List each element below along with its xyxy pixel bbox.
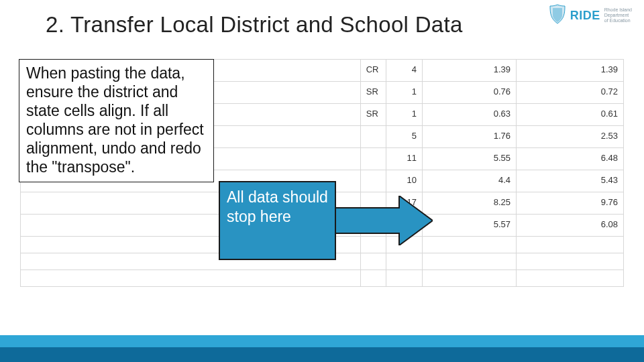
- table-cell: 2.53: [517, 126, 624, 148]
- table-cell: SR: [360, 82, 386, 104]
- table-cell: 5.57: [423, 215, 517, 237]
- table-cell: [386, 270, 422, 287]
- callout-instruction: When pasting the data, ensure the distri…: [19, 59, 214, 182]
- callout-stop-here: All data should stop here: [219, 181, 336, 260]
- table-cell: 5: [386, 126, 422, 148]
- brand-name: RIDE: [570, 9, 600, 23]
- brand-subtitle: Rhode Island Department of Education: [604, 7, 632, 23]
- table-cell: [21, 270, 361, 287]
- table-cell: 5.43: [517, 170, 624, 192]
- table-cell: CR: [360, 60, 386, 82]
- table-cell: 1: [386, 82, 422, 104]
- table-cell: [517, 270, 624, 287]
- table-cell: [360, 148, 386, 170]
- footer-band-light: [0, 335, 644, 347]
- arrow-right-icon: [335, 196, 433, 245]
- table-cell: 0.72: [517, 82, 624, 104]
- table-cell: [517, 237, 624, 253]
- brand-logo: RIDE Rhode Island Department of Educatio…: [549, 4, 632, 27]
- slide: 2. Transfer Local District and School Da…: [0, 0, 644, 362]
- shield-icon: [549, 4, 566, 27]
- table-cell: 1.39: [423, 60, 517, 82]
- table-cell: 0.63: [423, 104, 517, 126]
- table-cell: SR: [360, 104, 386, 126]
- table-cell: [423, 237, 517, 253]
- table-cell: 1: [386, 104, 422, 126]
- page-title: 2. Transfer Local District and School Da…: [46, 12, 569, 38]
- table-cell: 4: [386, 60, 422, 82]
- table-cell: 1.39: [517, 60, 624, 82]
- table-cell: 11: [386, 148, 422, 170]
- table-cell: 5.55: [423, 148, 517, 170]
- table-cell: [423, 270, 517, 287]
- table-cell: [360, 126, 386, 148]
- table-cell: [517, 253, 624, 270]
- table-cell: [423, 253, 517, 270]
- table-cell: 1.76: [423, 126, 517, 148]
- table-cell: 8.25: [423, 192, 517, 215]
- table-cell: 9.76: [517, 192, 624, 215]
- table-cell: 6.48: [517, 148, 624, 170]
- footer-bands: [0, 335, 644, 362]
- callout-arrow-group: All data should stop here: [219, 181, 433, 260]
- table-cell: 6.08: [517, 215, 624, 237]
- svg-marker-0: [335, 196, 433, 245]
- table-cell: [360, 270, 386, 287]
- table-row: [21, 270, 624, 287]
- table-cell: 0.76: [423, 82, 517, 104]
- table-cell: 4.4: [423, 170, 517, 192]
- table-cell: 0.61: [517, 104, 624, 126]
- footer-band-dark: [0, 347, 644, 362]
